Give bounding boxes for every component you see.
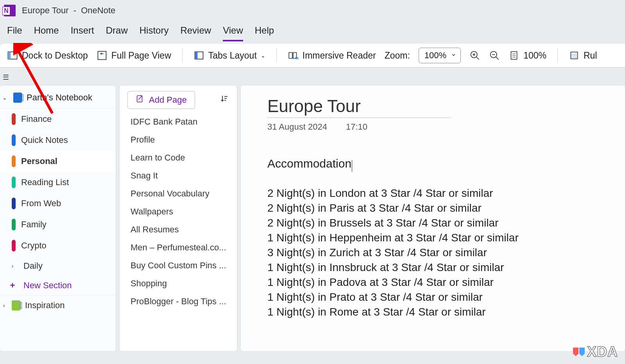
page-item[interactable]: Buy Cool Custom Pins ...: [123, 257, 234, 275]
section-label: Quick Notes: [21, 135, 68, 145]
page-item[interactable]: Learn to Code: [123, 149, 234, 167]
note-body[interactable]: 2 Night(s) in London at 3 Star /4 Star o…: [267, 186, 625, 320]
chevron-right-icon: ›: [9, 263, 16, 269]
note-line: 1 Night(s) in Rome at 3 Star /4 Star or …: [267, 305, 625, 319]
svg-rect-1: [8, 52, 11, 59]
note-line: 3 Night(s) in Zurich at 3 Star /4 Star o…: [267, 245, 625, 260]
section-item-finance[interactable]: Finance: [0, 109, 116, 130]
section-color-tag: [12, 198, 16, 209]
note-line: 2 Night(s) in London at 3 Star /4 Star o…: [267, 186, 625, 201]
note-line: 1 Night(s) in Innsbruck at 3 Star /4 Sta…: [267, 260, 625, 275]
title-separator: -: [73, 5, 76, 15]
ruler-label: Rul: [584, 50, 597, 61]
note-line: 2 Night(s) in Paris at 3 Star /4 Star or…: [267, 201, 625, 216]
hamburger-icon[interactable]: ☰: [2, 73, 9, 82]
sort-icon[interactable]: [220, 94, 229, 106]
tab-review[interactable]: Review: [180, 25, 211, 41]
zoom-reset-button[interactable]: 100%: [509, 50, 546, 61]
note-time: 17:10: [346, 122, 367, 132]
tabs-layout-icon: [193, 50, 204, 61]
page-item[interactable]: Wallpapers: [123, 203, 234, 221]
notebook-icon: [13, 93, 22, 103]
page-item[interactable]: Shopping: [123, 275, 234, 293]
notebook-header[interactable]: ⌄ Parth's Notebook: [0, 87, 116, 109]
page-item[interactable]: Men – Perfumesteal.co...: [123, 239, 234, 257]
dock-to-desktop-button[interactable]: Dock to Desktop: [7, 50, 88, 61]
chevron-down-icon[interactable]: ⌄: [1, 95, 9, 101]
dock-icon: [7, 50, 18, 61]
section-color-tag: [12, 155, 16, 167]
add-page-icon: [136, 95, 144, 105]
zoom-value: 100%: [424, 50, 446, 60]
page-item[interactable]: ProBlogger - Blog Tips ...: [123, 293, 234, 310]
section-color-tag: [12, 240, 16, 252]
title-bar: Europe Tour - OneNote: [0, 0, 625, 21]
section-label: Reading List: [21, 177, 69, 187]
tab-view[interactable]: View: [223, 25, 243, 41]
ribbon-separator: [276, 48, 277, 62]
full-page-view-button[interactable]: Full Page View: [97, 50, 171, 61]
add-page-label: Add Page: [149, 95, 187, 105]
svg-rect-2: [98, 52, 106, 60]
zoom-reset-label: 100%: [523, 50, 546, 61]
pages-pane: Add Page IDFC Bank Patan Profile Learn t…: [120, 86, 237, 351]
section-item-quick-notes[interactable]: Quick Notes: [0, 130, 116, 151]
full-page-label: Full Page View: [111, 50, 171, 61]
immersive-reader-label: Immersive Reader: [303, 50, 376, 61]
page-item[interactable]: Snag It: [123, 167, 234, 185]
svg-rect-16: [571, 52, 577, 59]
chevron-right-icon: ›: [1, 302, 7, 309]
tab-insert[interactable]: Insert: [71, 25, 94, 41]
section-group-label: Daily: [23, 261, 43, 271]
page-item[interactable]: IDFC Bank Patan: [123, 113, 234, 131]
section-color-tag: [12, 177, 16, 188]
section-color-tag: [12, 219, 16, 230]
section-label: From Web: [21, 198, 61, 209]
section-label: Family: [21, 219, 47, 230]
notebook-icon: [12, 300, 20, 310]
tabs-layout-button[interactable]: Tabs Layout ⌄: [193, 50, 265, 61]
ribbon-separator: [182, 48, 183, 62]
section-color-tag: [12, 134, 16, 146]
tab-file[interactable]: File: [7, 25, 22, 41]
note-canvas[interactable]: Europe Tour 31 August 2024 17:10 Accommo…: [241, 86, 625, 351]
tabs-layout-label: Tabs Layout: [208, 50, 257, 61]
section-item-from-web[interactable]: From Web: [0, 193, 116, 214]
svg-line-10: [496, 57, 499, 60]
section-item-family[interactable]: Family: [0, 214, 116, 235]
add-page-button[interactable]: Add Page: [127, 91, 195, 109]
chevron-down-icon: ⌄: [261, 52, 265, 59]
immersive-reader-button[interactable]: Immersive Reader: [288, 50, 376, 61]
new-section-button[interactable]: + New Section: [0, 276, 116, 295]
page-item[interactable]: Profile: [123, 131, 234, 149]
notebook-label: Inspiration: [25, 300, 65, 310]
zoom-select[interactable]: 100%: [419, 48, 461, 63]
section-label: Finance: [21, 114, 52, 124]
title-underline: [267, 118, 451, 118]
zoom-in-icon[interactable]: [469, 50, 480, 61]
tab-history[interactable]: History: [140, 25, 169, 41]
page-item[interactable]: All Resumes: [123, 221, 234, 239]
document-title: Europe Tour: [22, 5, 68, 15]
notebook-item-inspiration[interactable]: › Inspiration: [0, 295, 116, 315]
section-item-crypto[interactable]: Crypto: [0, 235, 116, 256]
page-item[interactable]: Personal Vocabulary: [123, 185, 234, 203]
immersive-reader-icon: [288, 50, 299, 61]
note-line: 1 Night(s) in Prato at 3 Star /4 Star or…: [267, 290, 625, 305]
section-color-tag: [12, 113, 16, 125]
tab-home[interactable]: Home: [34, 25, 59, 41]
zoom-out-icon[interactable]: [489, 50, 500, 61]
note-title[interactable]: Europe Tour: [267, 96, 625, 117]
section-item-reading-list[interactable]: Reading List: [0, 172, 116, 193]
xda-logo-icon: [573, 346, 585, 358]
note-heading[interactable]: Accommodation: [267, 157, 351, 170]
ruler-button[interactable]: Rul: [569, 50, 597, 61]
tab-help[interactable]: Help: [255, 25, 274, 41]
note-line: 1 Night(s) in Heppenheim at 3 Star /4 St…: [267, 230, 625, 245]
section-group-daily[interactable]: › Daily: [0, 256, 116, 276]
section-item-personal[interactable]: Personal: [0, 151, 116, 172]
text-cursor: [352, 160, 352, 172]
section-label: Crypto: [21, 241, 47, 251]
note-line: 1 Night(s) in Padova at 3 Star /4 Star o…: [267, 275, 625, 290]
tab-draw[interactable]: Draw: [106, 25, 128, 41]
